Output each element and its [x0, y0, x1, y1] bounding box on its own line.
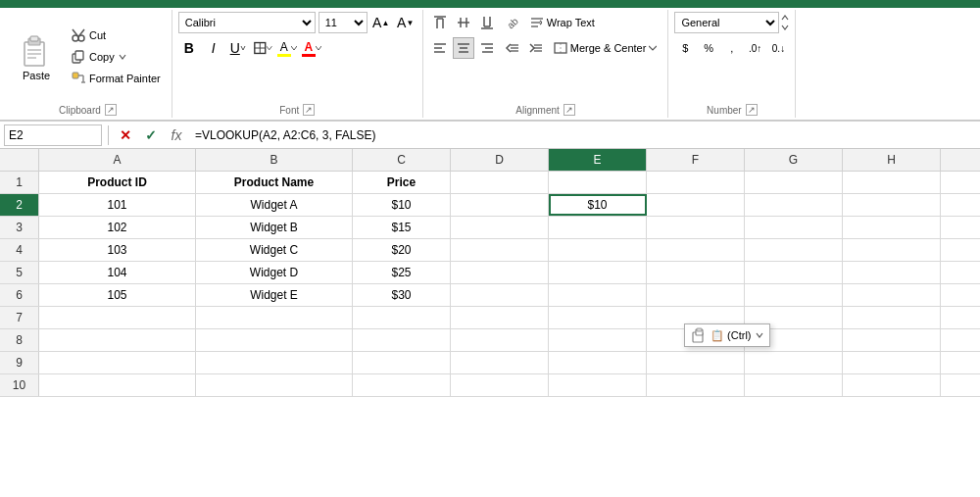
- cell-B2[interactable]: Widget A: [196, 194, 353, 216]
- italic-button[interactable]: I: [203, 37, 224, 59]
- align-top-button[interactable]: [429, 12, 451, 33]
- align-center-button[interactable]: [453, 37, 474, 59]
- decimal-decrease-button[interactable]: 0.↓: [768, 37, 790, 59]
- cell-E8[interactable]: [549, 329, 647, 351]
- cell-H7[interactable]: [843, 307, 941, 328]
- cell-C3[interactable]: $15: [353, 217, 451, 238]
- cell-C2[interactable]: $10: [353, 194, 451, 216]
- row-num-6[interactable]: 6: [0, 284, 39, 306]
- row-num-4[interactable]: 4: [0, 239, 39, 261]
- cell-F10[interactable]: [647, 374, 745, 396]
- cell-E1[interactable]: [549, 172, 647, 193]
- cell-G4[interactable]: [745, 239, 843, 261]
- cell-E6[interactable]: [549, 284, 647, 306]
- currency-button[interactable]: $: [674, 37, 696, 59]
- cell-B3[interactable]: Widget B: [196, 217, 353, 238]
- cell-A10[interactable]: [39, 374, 196, 396]
- merge-center-button[interactable]: Merge & Center: [549, 37, 662, 59]
- cell-F1[interactable]: [647, 172, 745, 193]
- cell-ref-input[interactable]: [4, 124, 102, 146]
- row-num-1[interactable]: 1: [0, 172, 39, 193]
- cell-B6[interactable]: Widget E: [196, 284, 353, 306]
- paste-tooltip[interactable]: 📋 (Ctrl): [684, 323, 770, 347]
- col-header-a[interactable]: A: [39, 149, 196, 171]
- cell-B5[interactable]: Widget D: [196, 262, 353, 283]
- col-header-b[interactable]: B: [196, 149, 353, 171]
- number-format-dropdown[interactable]: General: [674, 12, 779, 33]
- cell-A3[interactable]: 102: [39, 217, 196, 238]
- cell-A7[interactable]: [39, 307, 196, 328]
- fill-color-button[interactable]: A: [276, 37, 298, 59]
- cell-E9[interactable]: [549, 352, 647, 373]
- cell-A1[interactable]: Product ID: [39, 172, 196, 193]
- cell-A4[interactable]: 103: [39, 239, 196, 261]
- col-header-c[interactable]: C: [353, 149, 451, 171]
- copy-button[interactable]: Copy: [67, 47, 166, 67]
- indent-increase-button[interactable]: [525, 37, 547, 59]
- cell-A9[interactable]: [39, 352, 196, 373]
- insert-function-button[interactable]: fx: [166, 124, 187, 146]
- align-bottom-button[interactable]: [476, 12, 498, 33]
- align-middle-button[interactable]: [453, 12, 474, 33]
- cell-D1[interactable]: [451, 172, 549, 193]
- cell-G5[interactable]: [745, 262, 843, 283]
- cell-F4[interactable]: [647, 239, 745, 261]
- cell-B8[interactable]: [196, 329, 353, 351]
- indent-decrease-button[interactable]: [502, 37, 523, 59]
- row-num-9[interactable]: 9: [0, 352, 39, 373]
- format-painter-button[interactable]: Format Painter: [67, 69, 166, 88]
- formula-cancel-button[interactable]: ✕: [115, 124, 136, 146]
- cell-H8[interactable]: [843, 329, 941, 351]
- cell-C4[interactable]: $20: [353, 239, 451, 261]
- cell-A5[interactable]: 104: [39, 262, 196, 283]
- cell-F5[interactable]: [647, 262, 745, 283]
- comma-button[interactable]: ,: [721, 37, 743, 59]
- cell-D7[interactable]: [451, 307, 549, 328]
- cell-G10[interactable]: [745, 374, 843, 396]
- orientation-button[interactable]: ab: [502, 12, 523, 33]
- decimal-increase-button[interactable]: .0↑: [745, 37, 766, 59]
- cell-E2[interactable]: $10: [549, 194, 647, 216]
- cell-H1[interactable]: [843, 172, 941, 193]
- align-left-button[interactable]: [429, 37, 451, 59]
- cut-button[interactable]: Cut: [67, 25, 166, 45]
- cell-B10[interactable]: [196, 374, 353, 396]
- cell-D9[interactable]: [451, 352, 549, 373]
- col-header-d[interactable]: D: [451, 149, 549, 171]
- cell-D8[interactable]: [451, 329, 549, 351]
- cell-H5[interactable]: [843, 262, 941, 283]
- cell-E4[interactable]: [549, 239, 647, 261]
- align-right-button[interactable]: [476, 37, 498, 59]
- font-color-button[interactable]: A: [301, 37, 322, 59]
- cell-A6[interactable]: 105: [39, 284, 196, 306]
- cell-F2[interactable]: [647, 194, 745, 216]
- bold-button[interactable]: B: [178, 37, 200, 59]
- cell-A8[interactable]: [39, 329, 196, 351]
- cell-F6[interactable]: [647, 284, 745, 306]
- cell-C8[interactable]: [353, 329, 451, 351]
- cell-F9[interactable]: [647, 352, 745, 373]
- font-size-dropdown[interactable]: 11: [318, 12, 368, 33]
- font-name-dropdown[interactable]: Calibri: [178, 12, 316, 33]
- col-header-g[interactable]: G: [745, 149, 843, 171]
- row-num-3[interactable]: 3: [0, 217, 39, 238]
- cell-D6[interactable]: [451, 284, 549, 306]
- cell-C6[interactable]: $30: [353, 284, 451, 306]
- formula-input[interactable]: [191, 124, 976, 146]
- cell-B1[interactable]: Product Name: [196, 172, 353, 193]
- row-num-8[interactable]: 8: [0, 329, 39, 351]
- cell-D10[interactable]: [451, 374, 549, 396]
- cell-C5[interactable]: $25: [353, 262, 451, 283]
- cell-H2[interactable]: [843, 194, 941, 216]
- cell-D3[interactable]: [451, 217, 549, 238]
- cell-H6[interactable]: [843, 284, 941, 306]
- cell-B7[interactable]: [196, 307, 353, 328]
- cell-G9[interactable]: [745, 352, 843, 373]
- cell-C10[interactable]: [353, 374, 451, 396]
- cell-E10[interactable]: [549, 374, 647, 396]
- cell-D4[interactable]: [451, 239, 549, 261]
- cell-G2[interactable]: [745, 194, 843, 216]
- col-header-e[interactable]: E: [549, 149, 647, 171]
- cell-G6[interactable]: [745, 284, 843, 306]
- clipboard-expand[interactable]: ↗: [105, 104, 117, 116]
